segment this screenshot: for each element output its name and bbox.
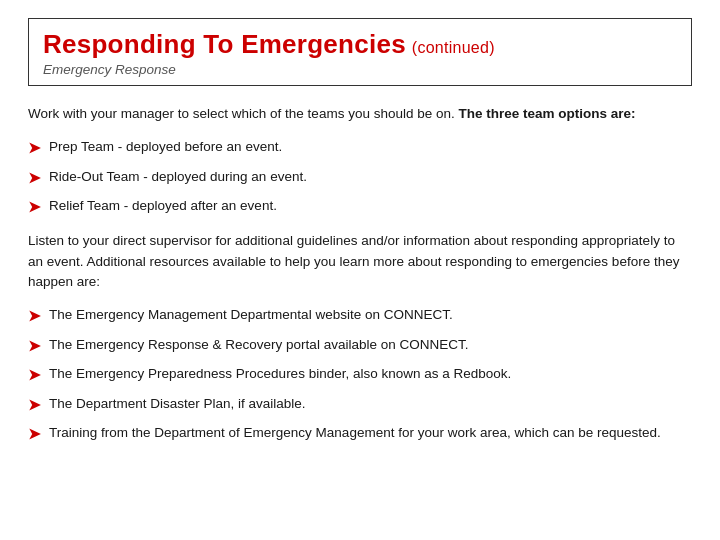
header-box: Responding To Emergencies(continued) Eme… — [28, 18, 692, 86]
list-item: ➤ The Department Disaster Plan, if avail… — [28, 394, 692, 417]
header-subtitle: Emergency Response — [43, 62, 677, 77]
resource-bullet-5: Training from the Department of Emergenc… — [49, 423, 692, 443]
list-item: ➤ Ride-Out Team - deployed during an eve… — [28, 167, 692, 190]
list-item: ➤ Prep Team - deployed before an event. — [28, 137, 692, 160]
resource-bullet-3: The Emergency Preparedness Procedures bi… — [49, 364, 692, 384]
team-bullet-2: Ride-Out Team - deployed during an event… — [49, 167, 692, 187]
resources-intro-text: Listen to your direct supervisor for add… — [28, 233, 679, 290]
resource-bullet-4: The Department Disaster Plan, if availab… — [49, 394, 692, 414]
list-item: ➤ The Emergency Preparedness Procedures … — [28, 364, 692, 387]
bullet-arrow-2: ➤ — [28, 167, 41, 190]
team-bullets-section: ➤ Prep Team - deployed before an event. … — [28, 137, 692, 219]
team-bullet-3: Relief Team - deployed after an event. — [49, 196, 692, 216]
team-bullet-1: Prep Team - deployed before an event. — [49, 137, 692, 157]
resource-bullets-section: ➤ The Emergency Management Departmental … — [28, 305, 692, 446]
title-continued: (continued) — [412, 39, 495, 56]
res-bullet-arrow-5: ➤ — [28, 423, 41, 446]
res-bullet-arrow-3: ➤ — [28, 364, 41, 387]
intro-text: Work with your manager to select which o… — [28, 106, 455, 121]
bullet-arrow-1: ➤ — [28, 137, 41, 160]
res-bullet-arrow-4: ➤ — [28, 394, 41, 417]
resource-bullet-1: The Emergency Management Departmental we… — [49, 305, 692, 325]
resource-bullet-2: The Emergency Response & Recovery portal… — [49, 335, 692, 355]
intro-paragraph: Work with your manager to select which o… — [28, 104, 692, 125]
list-item: ➤ Relief Team - deployed after an event. — [28, 196, 692, 219]
res-bullet-arrow-1: ➤ — [28, 305, 41, 328]
resources-intro-paragraph: Listen to your direct supervisor for add… — [28, 231, 692, 294]
res-bullet-arrow-2: ➤ — [28, 335, 41, 358]
list-item: ➤ The Emergency Management Departmental … — [28, 305, 692, 328]
header-title: Responding To Emergencies(continued) — [43, 29, 677, 60]
list-item: ➤ The Emergency Response & Recovery port… — [28, 335, 692, 358]
list-item: ➤ Training from the Department of Emerge… — [28, 423, 692, 446]
intro-bold: The three team options are: — [459, 106, 636, 121]
title-main: Responding To Emergencies — [43, 29, 406, 59]
bullet-arrow-3: ➤ — [28, 196, 41, 219]
page-container: Responding To Emergencies(continued) Eme… — [0, 0, 720, 540]
